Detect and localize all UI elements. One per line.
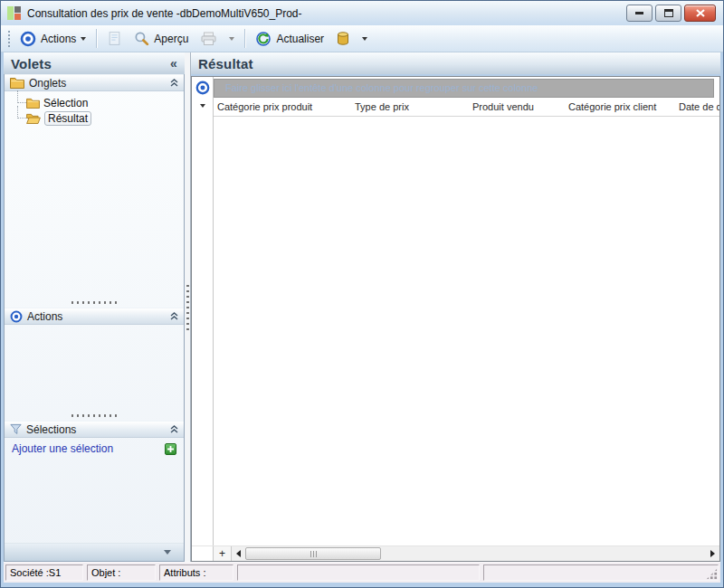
database-button[interactable] xyxy=(331,28,355,49)
sidebar-header: Volets « xyxy=(4,52,185,74)
collapse-section-button[interactable] xyxy=(170,79,178,87)
folder-open-icon xyxy=(26,113,41,124)
print-button[interactable] xyxy=(195,29,222,49)
target-icon[interactable] xyxy=(195,81,210,95)
add-selection-link[interactable]: Ajouter une sélection xyxy=(12,442,113,455)
actions-section-content xyxy=(5,325,184,410)
scroll-left-button[interactable] xyxy=(232,546,245,561)
content-area: Volets « Onglets xyxy=(1,52,723,562)
magnifier-icon xyxy=(134,31,149,46)
section-header-onglets[interactable]: Onglets xyxy=(5,74,184,91)
apercu-button[interactable]: Aperçu xyxy=(129,28,193,49)
filter-funnel-icon xyxy=(10,423,22,435)
tree-item-label: Sélection xyxy=(43,97,88,109)
database-icon xyxy=(336,31,350,46)
tree-item-resultat[interactable]: Résultat xyxy=(15,111,184,125)
window-title: Consultation des prix de vente -dbDemoMu… xyxy=(27,7,302,20)
column-header[interactable]: Type de prix xyxy=(351,101,469,112)
database-dropdown-button[interactable] xyxy=(357,34,372,43)
column-header[interactable]: Catégorie prix produit xyxy=(214,101,351,112)
target-icon xyxy=(20,31,36,47)
column-header[interactable]: Catégorie prix client xyxy=(565,101,675,112)
close-icon xyxy=(696,9,705,17)
sidebar-volets: Volets « Onglets xyxy=(4,52,185,562)
sidebar-filler xyxy=(5,460,184,543)
status-bar: Société :S1 Objet : Attributs : xyxy=(4,562,720,583)
grid-indicator-column xyxy=(192,77,214,545)
status-objet: Objet : xyxy=(87,564,156,581)
status-empty-cell xyxy=(483,564,719,581)
add-row-button[interactable]: + xyxy=(214,546,232,561)
chevron-up-double-icon xyxy=(170,312,178,320)
toolbar-grip[interactable] xyxy=(6,29,10,49)
collapse-section-button[interactable] xyxy=(170,425,178,433)
chevron-up-double-icon xyxy=(170,425,178,433)
window-bottom-border xyxy=(1,583,723,587)
scrollbar-thumb[interactable] xyxy=(245,547,381,560)
folder-icon xyxy=(26,98,40,109)
selections-region: Sélections Ajouter une sélection xyxy=(5,421,184,561)
pane-splitter-handle[interactable] xyxy=(5,297,184,308)
status-empty-cell xyxy=(237,564,480,581)
app-icon xyxy=(7,6,21,20)
printer-icon xyxy=(200,32,217,46)
scrollbar-track[interactable] xyxy=(381,546,706,561)
section-header-actions[interactable]: Actions xyxy=(5,308,184,325)
close-button[interactable] xyxy=(684,5,716,22)
add-selection-button[interactable] xyxy=(165,443,176,455)
chevron-down-icon xyxy=(362,37,367,41)
window-controls xyxy=(626,5,716,22)
section-label-onglets: Onglets xyxy=(29,77,66,90)
section-label-selections: Sélections xyxy=(26,423,76,436)
chevron-down-icon xyxy=(229,37,234,41)
minimize-icon xyxy=(635,12,643,14)
scroll-right-button[interactable] xyxy=(706,546,719,561)
print-dropdown-button[interactable] xyxy=(224,34,239,43)
grid-bottom-spacer xyxy=(192,546,214,561)
maximize-icon xyxy=(664,9,673,17)
status-societe: Société :S1 xyxy=(5,564,83,581)
toolbar-separator xyxy=(244,29,245,48)
result-panel: Résultat Faire glisser ici l'entête d'un… xyxy=(191,52,720,562)
section-header-selections[interactable]: Sélections xyxy=(5,421,184,438)
tree-item-label: Résultat xyxy=(44,111,91,126)
minimize-button[interactable] xyxy=(626,5,653,22)
onglets-tree: Sélection Résultat xyxy=(5,91,184,125)
toolbar-separator xyxy=(96,29,97,48)
panel-splitter[interactable] xyxy=(185,52,191,562)
refresh-icon xyxy=(255,31,272,47)
document-icon xyxy=(107,31,122,46)
grid-header-row: Catégorie prix produit Type de prix Prod… xyxy=(214,98,719,117)
column-header[interactable]: Produit vendu xyxy=(469,101,565,112)
sidebar-title: Volets xyxy=(11,56,52,71)
scroll-down-icon[interactable] xyxy=(164,550,171,555)
tree-item-selection[interactable]: Sélection xyxy=(15,96,184,109)
pane-splitter-handle[interactable] xyxy=(5,410,184,421)
grid-body xyxy=(214,117,719,545)
chevron-up-double-icon xyxy=(170,79,178,87)
group-by-bar[interactable]: Faire glisser ici l'entête d'une colonne… xyxy=(214,79,714,98)
result-title: Résultat xyxy=(198,56,253,71)
column-header[interactable]: Date de déb xyxy=(675,101,719,112)
arrow-right-icon xyxy=(710,550,715,557)
maximize-button[interactable] xyxy=(655,5,681,22)
sidebar-body: Onglets Sélect xyxy=(4,74,185,562)
arrow-left-icon xyxy=(236,550,241,557)
chevron-down-icon xyxy=(81,37,86,41)
row-selector-dropdown[interactable] xyxy=(200,104,205,108)
horizontal-scrollbar[interactable] xyxy=(232,546,719,561)
folder-icon xyxy=(10,77,24,89)
actions-menu-button[interactable]: Actions xyxy=(15,28,90,50)
result-grid: Faire glisser ici l'entête d'une colonne… xyxy=(191,76,720,562)
actions-menu-label: Actions xyxy=(41,33,76,45)
add-selection-row: Ajouter une sélection xyxy=(5,438,184,460)
sidebar-collapse-button[interactable]: « xyxy=(170,56,177,71)
grid-main: Faire glisser ici l'entête d'une colonne… xyxy=(214,77,719,545)
status-attributs: Attributs : xyxy=(159,564,233,581)
actualiser-button[interactable]: Actualiser xyxy=(251,28,329,50)
onglets-region: Onglets Sélect xyxy=(5,74,184,297)
page-preview-button[interactable] xyxy=(102,28,127,49)
grid-bottom-bar: + xyxy=(192,545,719,561)
collapse-section-button[interactable] xyxy=(170,312,178,320)
titlebar: Consultation des prix de vente -dbDemoMu… xyxy=(1,1,723,25)
